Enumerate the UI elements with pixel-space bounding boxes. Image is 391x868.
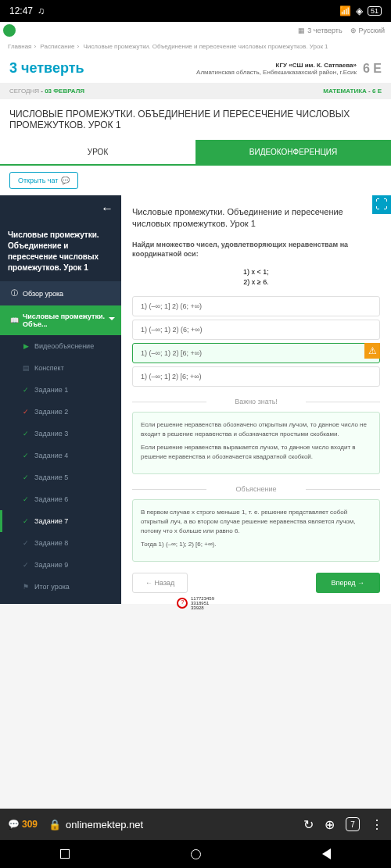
sidebar-task-7[interactable]: ✓Задание 7 [0, 510, 121, 532]
answer-option-2[interactable]: 1) (–∞; 1) 2) (6; +∞) [132, 320, 380, 340]
message-count[interactable]: 💬 309 [8, 819, 38, 830]
check-icon: ✓ [22, 452, 30, 459]
headphones-icon: ♫ [38, 5, 45, 16]
sidebar-task-5[interactable]: ✓Задание 5 [0, 466, 121, 488]
reload-icon[interactable]: ↻ [303, 817, 314, 832]
expand-button[interactable]: ⛶ [372, 195, 391, 214]
check-icon: ✓ [22, 473, 30, 481]
next-button[interactable]: Вперед → [316, 573, 380, 593]
lesson-content: ⛶ Числовые промежутки. Объединение и пер… [121, 195, 391, 604]
lock-icon: 🔒 [48, 819, 61, 830]
info-icon: ⓘ [10, 288, 18, 298]
answer-option-1[interactable]: 1) (–∞; 1] 2) (6; +∞) [132, 296, 380, 316]
sidebar-task-3[interactable]: ✓Задание 3 [0, 423, 121, 445]
sidebar-notes[interactable]: ▤Конспект [0, 357, 121, 379]
battery-icon: 51 [368, 6, 382, 16]
explanation-label: Объяснение [132, 485, 380, 493]
bc-schedule[interactable]: Расписание [40, 43, 74, 50]
back-nav-button[interactable] [322, 848, 331, 859]
check-icon: ✓ [22, 386, 30, 394]
check-icon: ✓ [22, 430, 30, 438]
tabs-count[interactable]: 7 [346, 817, 360, 831]
subject-name: МАТЕМАТИКА [323, 88, 367, 95]
app-topbar: ▦ 3 четверть ⊕ Русский [0, 22, 391, 39]
system-navbar [0, 840, 391, 868]
bc-lesson: Числовые промежутки. Объединение и перес… [83, 43, 328, 50]
book-icon: 📖 [10, 316, 18, 324]
sidebar-video[interactable]: ▶Видеообъяснение [0, 335, 121, 357]
explanation-box: В первом случае x строго меньше 1, т. е.… [132, 499, 380, 562]
date-value: 03 ФЕВРАЛЯ [45, 88, 84, 95]
check-icon: ✓ [22, 408, 30, 416]
answer-option-3[interactable]: 1) (–∞; 1) 2) [6; +∞) [132, 343, 380, 363]
condition-2: 2) x ≥ 6. [132, 277, 380, 288]
quarter-selector[interactable]: ▦ 3 четверть [298, 27, 342, 34]
add-tab-icon[interactable]: ⊕ [325, 817, 335, 832]
open-chat-button[interactable]: Открыть чат 💬 [9, 172, 78, 189]
sidebar-topic[interactable]: 📖 Числовые промежутки. Объе... [0, 305, 121, 335]
check-icon: ✓ [22, 561, 30, 569]
school-name: КГУ «СШ им. К. Сатпаева» [196, 62, 357, 69]
check-icon: ✓ [22, 517, 30, 525]
sidebar-back-button[interactable]: ← [0, 195, 121, 222]
answer-option-4[interactable]: 1) (–∞; 1] 2) [6; +∞) [132, 366, 380, 387]
signal-icon: 📶 [339, 5, 351, 16]
bc-home[interactable]: Главная [8, 43, 31, 50]
globe-icon: ⊕ [350, 27, 357, 34]
menu-icon[interactable]: ⋮ [371, 817, 383, 832]
wifi-icon: ◈ [356, 5, 363, 16]
tab-lesson[interactable]: УРОК [0, 140, 196, 166]
notes-icon: ▤ [22, 364, 30, 372]
date-today-label: СЕГОДНЯ [9, 88, 39, 95]
lesson-sidebar: ← Числовые промежутки. Объединение и пер… [0, 195, 121, 604]
sidebar-task-4[interactable]: ✓Задание 4 [0, 445, 121, 466]
sidebar-task-1[interactable]: ✓Задание 1 [0, 379, 121, 401]
lesson-title: ЧИСЛОВЫЕ ПРОМЕЖУТКИ. ОБЪЕДИНЕНИЕ И ПЕРЕС… [0, 99, 391, 140]
important-box: Если решение неравенства обозначено откр… [132, 412, 380, 474]
content-title: Числовые промежутки. Объединение и перес… [132, 206, 380, 230]
important-label: Важно знать! [132, 398, 380, 405]
sidebar-task-2[interactable]: ✓Задание 2 [0, 401, 121, 423]
sidebar-title: Числовые промежутки. Объединение и перес… [0, 222, 121, 281]
url-bar[interactable]: 🔒 onlinemektep.net [48, 819, 292, 830]
znanija-badge[interactable]: 117723459 3318951 33928 [177, 596, 214, 610]
chat-icon: 💬 [61, 177, 70, 184]
browser-bar: 💬 309 🔒 onlinemektep.net ↻ ⊕ 7 ⋮ [0, 809, 391, 840]
sidebar-task-6[interactable]: ✓Задание 6 [0, 488, 121, 510]
subject-grade: 6 Е [372, 88, 382, 95]
warning-badge[interactable]: ⚠ [364, 343, 380, 359]
sidebar-task-8[interactable]: ✓Задание 8 [0, 532, 121, 554]
sidebar-task-9[interactable]: ✓Задание 9 [0, 554, 121, 576]
message-icon: 💬 [8, 819, 20, 830]
play-icon: ▶ [22, 342, 30, 350]
home-button[interactable] [191, 849, 201, 859]
status-time: 12:47 [9, 5, 33, 16]
task-prompt: Найди множество чисел, удовлетворяющих н… [132, 240, 380, 259]
breadcrumb: Главная› Расписание› Числовые промежутки… [0, 39, 391, 54]
recent-apps-button[interactable] [60, 849, 70, 859]
calendar-icon: ▦ [298, 27, 305, 34]
school-region: Алматинская область, Енбекшиказахский ра… [196, 69, 357, 76]
quarter-title: 3 четверть [9, 60, 84, 77]
check-icon: ✓ [22, 539, 30, 547]
sidebar-overview[interactable]: ⓘ Обзор урока [0, 281, 121, 305]
back-button[interactable]: ← Назад [132, 573, 188, 593]
sidebar-summary[interactable]: ⚑Итог урока [0, 576, 121, 598]
logo-icon[interactable] [3, 24, 16, 37]
class-badge: 6 Е [363, 62, 382, 76]
tab-videoconference[interactable]: ВИДЕОКОНФЕРЕНЦИЯ [196, 140, 391, 166]
language-selector[interactable]: ⊕ Русский [350, 27, 385, 34]
question-icon [177, 598, 188, 609]
check-icon: ✓ [22, 495, 30, 503]
flag-icon: ⚑ [22, 583, 30, 591]
condition-1: 1) x < 1; [132, 267, 380, 278]
